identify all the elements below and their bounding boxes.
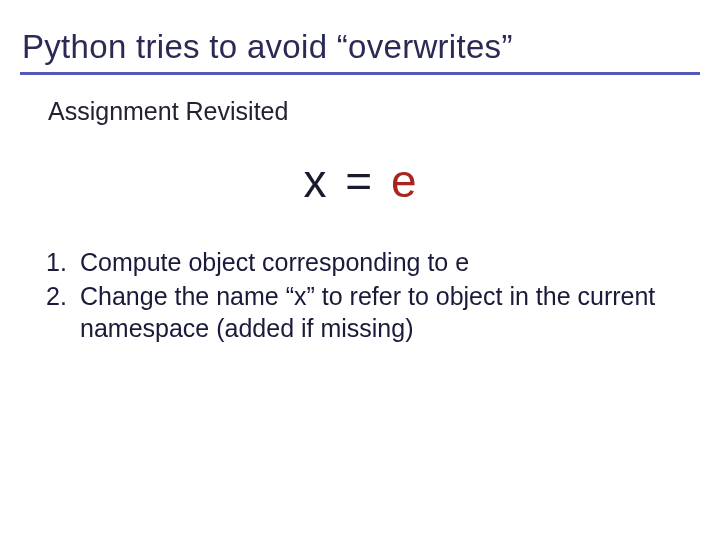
list-number: 2. [46,280,80,344]
list-text: Change the name “x” to refer to object i… [80,280,678,344]
list-number: 1. [46,246,80,278]
slide-title: Python tries to avoid “overwrites” [18,28,702,66]
assignment-expression: x = e [18,154,702,208]
steps-list: 1. Compute object corresponding to e 2. … [46,246,678,344]
title-underline [20,72,700,75]
expr-lhs: x [303,155,326,207]
list-item: 2. Change the name “x” to refer to objec… [46,280,678,344]
expr-operator: = [339,155,378,207]
list-text: Compute object corresponding to e [80,246,678,278]
subheading: Assignment Revisited [48,97,702,126]
expr-rhs: e [391,155,417,207]
list-item: 1. Compute object corresponding to e [46,246,678,278]
